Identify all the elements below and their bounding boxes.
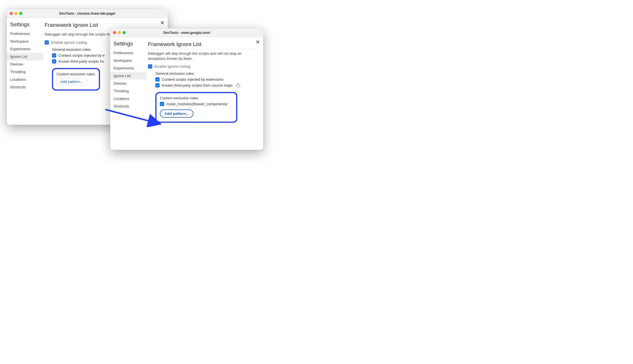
custom-pattern-row[interactable]: /node_modules/|/bower_components/: [160, 102, 233, 106]
sidebar-item-preferences[interactable]: Preferences: [7, 30, 43, 38]
pattern-text: /node_modules/|/bower_components/: [166, 102, 228, 106]
close-icon[interactable]: [113, 31, 116, 34]
sidebar-item-workspace[interactable]: Workspace: [7, 38, 43, 45]
zoom-icon[interactable]: [19, 12, 22, 15]
rule-label: Known third-party scripts fro: [58, 59, 104, 63]
titlebar: DevTools - www.google.com/: [110, 28, 263, 37]
checkbox-icon[interactable]: [52, 59, 56, 63]
sidebar-heading: Settings: [110, 41, 147, 49]
checkbox-icon[interactable]: [155, 77, 160, 82]
sidebar-item-throttling[interactable]: Throttling: [7, 68, 43, 76]
sidebar-item-devices[interactable]: Devices: [110, 80, 147, 87]
general-rules-label: General exclusion rules:: [155, 71, 258, 76]
panel-heading: Framework Ignore List: [148, 41, 258, 49]
help-icon[interactable]: ?: [236, 84, 240, 87]
checkbox-icon[interactable]: [155, 83, 160, 87]
settings-sidebar: Settings Preferences Workspace Experimen…: [110, 37, 147, 150]
sidebar-item-ignore-list[interactable]: Ignore List: [110, 72, 147, 80]
settings-main: Framework Ignore List Debugger will skip…: [147, 37, 263, 150]
sidebar-item-ignore-list[interactable]: Ignore List: [7, 53, 43, 60]
close-panel-button[interactable]: ✕: [160, 20, 164, 25]
traffic-lights: [113, 31, 126, 34]
window-title: DevTools - www.google.com/: [110, 31, 263, 35]
titlebar: DevTools - chrome://new-tab-page/: [7, 9, 168, 18]
sidebar-item-locations[interactable]: Locations: [7, 76, 43, 83]
add-pattern-button[interactable]: Add pattern...: [160, 109, 193, 118]
settings-sidebar: Settings Preferences Workspace Experimen…: [7, 18, 43, 125]
add-pattern-button[interactable]: Add pattern...: [56, 78, 87, 85]
custom-rules-callout: Custom exclusion rules: Add pattern...: [52, 68, 100, 91]
checkbox-icon[interactable]: [160, 102, 164, 106]
rule-content-scripts[interactable]: Content scripts injected by extensions: [155, 77, 258, 82]
custom-rules-callout: Custom exclusion rules: /node_modules/|/…: [155, 92, 237, 123]
rule-label: Known third-party scripts from source ma…: [162, 83, 233, 87]
enable-ignore-listing-row[interactable]: Enable Ignore Listing: [148, 64, 258, 69]
enable-label: Enable Ignore Listing: [155, 64, 190, 69]
minimize-icon[interactable]: [14, 12, 18, 15]
sidebar-item-experiments[interactable]: Experiments: [110, 64, 147, 72]
zoom-icon[interactable]: [123, 31, 126, 34]
rule-third-party[interactable]: Known third-party scripts from source ma…: [155, 83, 258, 87]
enable-label: Enable Ignore Listing: [51, 40, 87, 45]
sidebar-item-devices[interactable]: Devices: [7, 60, 43, 68]
panel-description: Debugger will skip through the scripts a…: [148, 51, 258, 61]
sidebar-item-shortcuts[interactable]: Shortcuts: [110, 102, 147, 110]
rule-label: Content scripts injected by extensions: [162, 77, 223, 82]
sidebar-heading: Settings: [7, 21, 43, 30]
sidebar-item-locations[interactable]: Locations: [110, 95, 147, 102]
checkbox-icon[interactable]: [148, 64, 152, 69]
custom-rules-label: Custom exclusion rules:: [56, 72, 95, 76]
checkbox-icon[interactable]: [45, 40, 49, 45]
sidebar-item-experiments[interactable]: Experiments: [7, 45, 43, 53]
rule-label: Content scripts injected by e: [58, 53, 105, 58]
sidebar-item-shortcuts[interactable]: Shortcuts: [7, 83, 43, 91]
sidebar-item-workspace[interactable]: Workspace: [110, 57, 147, 64]
checkbox-icon[interactable]: [52, 53, 56, 58]
custom-rules-label: Custom exclusion rules:: [160, 96, 233, 100]
sidebar-item-throttling[interactable]: Throttling: [110, 87, 147, 95]
devtools-window-2: DevTools - www.google.com/ ✕ Settings Pr…: [110, 28, 263, 150]
close-icon[interactable]: [10, 12, 13, 15]
close-panel-button[interactable]: ✕: [256, 40, 260, 45]
minimize-icon[interactable]: [118, 31, 121, 34]
window-title: DevTools - chrome://new-tab-page/: [7, 12, 168, 16]
traffic-lights: [10, 12, 22, 15]
sidebar-item-preferences[interactable]: Preferences: [110, 49, 147, 57]
